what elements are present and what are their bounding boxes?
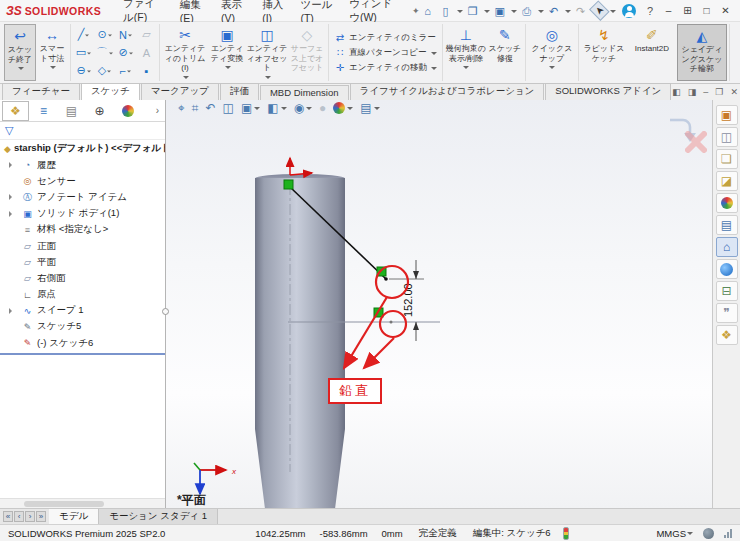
- tab-mbd-dimension[interactable]: MBD Dimension: [260, 85, 349, 100]
- menu-view[interactable]: 表示(V): [213, 0, 254, 24]
- panel-horizontal-scrollbar[interactable]: [0, 498, 165, 508]
- display-style-icon[interactable]: ◧: [267, 101, 286, 115]
- pdm-vault-icon[interactable]: ⊟: [716, 281, 738, 301]
- model-tab[interactable]: モデル: [49, 509, 99, 524]
- motion-study-tab[interactable]: モーション スタディ 1: [99, 509, 218, 524]
- mdi-next-icon[interactable]: ◨: [688, 87, 697, 97]
- move-entities-button[interactable]: ✛ エンティティの移動: [334, 62, 437, 74]
- save-icon[interactable]: ▣: [492, 3, 508, 19]
- graphics-viewport[interactable]: ⌖ ⌗ ↶ ◫ ▣ ◧ ◉ ● ▤: [166, 100, 712, 508]
- design-library-icon[interactable]: ◫: [716, 127, 738, 147]
- section-view-icon[interactable]: ◫: [223, 101, 234, 115]
- user-avatar[interactable]: [622, 4, 636, 18]
- convert-entities-button[interactable]: ▣ エンティティ変換: [208, 24, 246, 81]
- line-tool-icon[interactable]: ╱: [73, 26, 94, 44]
- print-icon[interactable]: ⎙: [519, 3, 535, 19]
- mirror-entities-button[interactable]: ⇄ エンティティのミラー: [334, 32, 437, 44]
- panel-splitter-handle[interactable]: [162, 308, 169, 315]
- linear-pattern-button[interactable]: ∷ 直線パターンコピー: [334, 47, 437, 59]
- print-caret[interactable]: [538, 10, 544, 16]
- sketch-point[interactable]: [384, 277, 388, 281]
- point-tool-icon[interactable]: ▪: [136, 62, 157, 80]
- undo-icon[interactable]: ↶: [546, 3, 562, 19]
- polygon-tool-icon[interactable]: ◇: [94, 62, 115, 80]
- filter-funnel-icon[interactable]: ▽: [5, 124, 13, 137]
- smart-dimension-button[interactable]: ↔ スマート寸法: [36, 24, 68, 81]
- tree-item-sensors[interactable]: ◎センサー: [0, 173, 165, 189]
- configuration-manager-tab-icon[interactable]: ▤: [58, 101, 85, 121]
- first-tab-icon[interactable]: «: [3, 511, 13, 522]
- last-tab-icon[interactable]: »: [36, 511, 46, 522]
- new-caret[interactable]: [457, 10, 463, 16]
- ellipse-tool-icon[interactable]: ⊘: [115, 44, 136, 62]
- mdi-minimize-icon[interactable]: –: [703, 87, 708, 97]
- coincident-constraint-icon[interactable]: [284, 180, 293, 189]
- quick-snaps-caret[interactable]: [549, 66, 555, 72]
- menu-file[interactable]: ファイル(F): [115, 0, 172, 25]
- view-orientation-icon[interactable]: ▣: [241, 101, 260, 115]
- expand-arrow-icon[interactable]: [9, 194, 15, 200]
- undo-caret[interactable]: [565, 10, 571, 16]
- tab-solidworks-addins[interactable]: SOLIDWORKS アドイン: [545, 83, 671, 100]
- linear-pattern-caret[interactable]: [431, 52, 437, 58]
- sw-resources-icon[interactable]: ▣: [716, 105, 738, 125]
- mdi-prev-icon[interactable]: ◧: [672, 87, 681, 97]
- cancel-sketch-corner-icon[interactable]: [688, 134, 704, 150]
- exit-sketch-caret[interactable]: [18, 67, 24, 73]
- open-caret[interactable]: [484, 10, 490, 16]
- prev-tab-icon[interactable]: ‹: [14, 511, 24, 522]
- mdi-restore-icon[interactable]: ❐: [715, 87, 723, 97]
- dimension-value[interactable]: 152.00: [402, 283, 414, 317]
- convert-caret[interactable]: [225, 66, 231, 72]
- view-palette-icon[interactable]: ◪: [716, 171, 738, 191]
- tab-markup[interactable]: マークアップ: [141, 83, 219, 100]
- new-document-icon[interactable]: ▯: [438, 3, 454, 19]
- rapid-sketch-button[interactable]: ↯ ラピッドスケッチ: [581, 24, 627, 81]
- hide-show-items-icon[interactable]: ◉: [294, 101, 312, 115]
- smart-dimension-caret[interactable]: [50, 66, 56, 72]
- tree-item-sweep1[interactable]: ∿スイープ 1: [0, 303, 165, 319]
- tree-item-solid-bodies[interactable]: ▣ソリッド ボディ(1): [0, 206, 165, 222]
- dimxpert-manager-tab-icon[interactable]: ⊕: [86, 101, 113, 121]
- zoom-to-area-icon[interactable]: ⌗: [192, 101, 199, 115]
- arc-tool-icon[interactable]: ⌒: [94, 44, 115, 62]
- tree-item-sketch5[interactable]: ✎スケッチ5: [0, 319, 165, 335]
- 3d-content-central-icon[interactable]: [716, 259, 738, 279]
- performance-traffic-light-icon[interactable]: [563, 527, 569, 540]
- previous-view-icon[interactable]: ↶: [206, 101, 216, 115]
- home-icon[interactable]: ⌂: [420, 3, 436, 19]
- slot-tool-icon[interactable]: ⊖: [73, 62, 94, 80]
- minimize-button[interactable]: –: [660, 5, 677, 16]
- fillet-tool-icon[interactable]: ⌐: [115, 62, 136, 80]
- trim-entities-button[interactable]: ✂ エンティティのトリム(I): [162, 24, 208, 81]
- property-manager-tab-icon[interactable]: ≡: [30, 101, 57, 121]
- offset-caret[interactable]: [265, 76, 271, 82]
- cam-icon[interactable]: ❖: [716, 325, 738, 345]
- pin-menu-icon[interactable]: ✦: [412, 6, 420, 16]
- view-settings-icon[interactable]: ▤: [360, 101, 379, 115]
- rollback-bar[interactable]: [0, 353, 165, 355]
- tree-item-annotations[interactable]: Ⓐアノテート アイテム: [0, 189, 165, 205]
- expand-arrow-icon[interactable]: [9, 162, 15, 168]
- custom-properties-icon[interactable]: ▤: [716, 215, 738, 235]
- layout-button[interactable]: ⊞: [679, 5, 696, 16]
- help-icon[interactable]: ?: [642, 3, 658, 19]
- exit-sketch-button[interactable]: ↩ スケッチ終了: [4, 24, 36, 81]
- tree-item-top-plane[interactable]: ▱平面: [0, 254, 165, 270]
- home-tab-icon[interactable]: ⌂: [716, 237, 738, 257]
- menu-insert[interactable]: 挿入(I): [254, 0, 292, 24]
- rectangle-tool-icon[interactable]: ▭: [73, 44, 94, 62]
- move-entities-caret[interactable]: [431, 67, 437, 73]
- maximize-button[interactable]: □: [698, 5, 715, 16]
- mdi-close-icon[interactable]: ✕: [730, 87, 738, 97]
- tree-item-material[interactable]: ≡材料 <指定なし>: [0, 222, 165, 238]
- expand-arrow-icon[interactable]: [9, 211, 15, 217]
- file-explorer-icon[interactable]: ❏: [716, 149, 738, 169]
- tree-root-item[interactable]: ◆ starship (デフォルト) <<デフォルト>_表示状: [0, 140, 165, 157]
- circle-tool-icon[interactable]: ⊙: [94, 26, 115, 44]
- exit-sketch-corner-icon[interactable]: [670, 120, 690, 133]
- select-caret[interactable]: [610, 10, 616, 16]
- unit-system-caret[interactable]: [687, 532, 693, 538]
- tab-features[interactable]: フィーチャー: [2, 83, 80, 100]
- tab-sketch[interactable]: スケッチ: [81, 83, 140, 100]
